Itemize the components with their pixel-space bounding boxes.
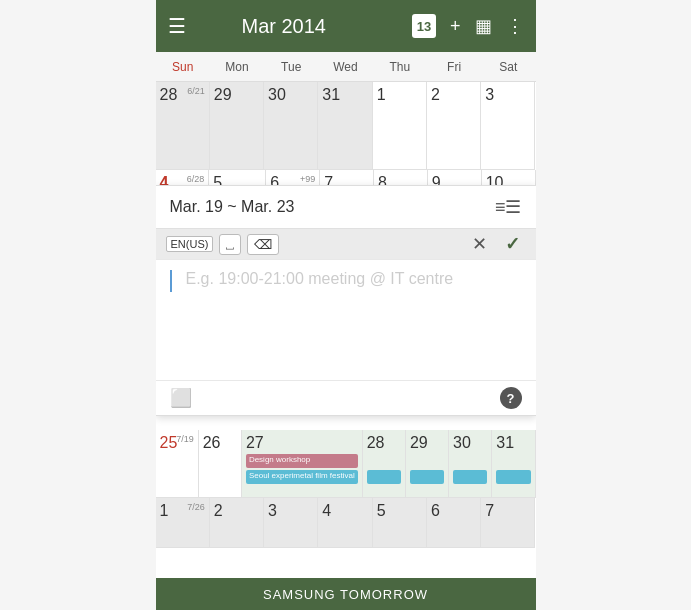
dialog-confirm-button[interactable]: ✓	[499, 233, 526, 255]
expand-event-icon[interactable]: ⬜	[170, 387, 192, 409]
today-button[interactable]: 13	[412, 14, 436, 38]
quick-event-dialog: Mar. 19 ~ Mar. 23 ≡☰ EN(US) ⎵ ⌫ ✕ ✓ E.g.…	[156, 185, 536, 416]
day-header-mon: Mon	[210, 52, 264, 81]
date-mar29: 29	[410, 434, 428, 451]
app-screen: ☰ Mar 2014 13 + ▦ ⋮ Sun Mon Tue Wed Thu …	[156, 0, 536, 610]
calendar-week-1: 28 6/21 29 30 31 1 2 3	[156, 82, 536, 170]
event-text-input[interactable]: E.g. 19:00-21:00 meeting @ IT centre	[156, 260, 536, 380]
calendar-cell-apr6[interactable]: 6	[427, 498, 481, 548]
date-apr1: 1	[160, 502, 169, 519]
date-mar2: 2	[431, 86, 440, 103]
calendar-cell-mar31[interactable]: 31	[492, 430, 535, 498]
calendar-week-5: 1 7/26 2 3 4 5 6 7	[156, 498, 536, 548]
calendar-week-4: 25 7/19 26 27 Design workshop Seoul expe…	[156, 430, 536, 548]
lunar-feb28: 6/21	[187, 86, 205, 96]
event-cyan-cont2	[410, 470, 444, 484]
dialog-list-icon[interactable]: ≡☰	[495, 196, 522, 218]
calendar-cell-mar26[interactable]: 26	[199, 430, 242, 498]
day-header-thu: Thu	[373, 52, 427, 81]
help-icon[interactable]: ?	[500, 387, 522, 409]
date-mar1: 1	[377, 86, 386, 103]
event-seoul-film-cont[interactable]	[367, 470, 401, 484]
lunar-apr1: 7/26	[187, 502, 205, 512]
calendar-cell-mar27[interactable]: 27 Design workshop Seoul experimetal fil…	[242, 430, 363, 498]
date-mar3: 3	[485, 86, 494, 103]
day-header-sun: Sun	[156, 52, 210, 81]
calendar-cell-mar2[interactable]: 2	[427, 82, 481, 170]
calendar-cell-mar25[interactable]: 25 7/19	[156, 430, 199, 498]
calendar-cell-apr2[interactable]: 2	[210, 498, 264, 548]
calendar-cell-mar3[interactable]: 3	[481, 82, 535, 170]
date-mar26: 26	[203, 434, 221, 451]
calendar-cell-mar30[interactable]: 30	[449, 430, 492, 498]
event-design-workshop[interactable]: Design workshop	[246, 454, 358, 468]
phone-container: ☰ Mar 2014 13 + ▦ ⋮ Sun Mon Tue Wed Thu …	[0, 0, 691, 610]
days-of-week-header: Sun Mon Tue Wed Thu Fri Sat	[156, 52, 536, 82]
event-seoul-film[interactable]: Seoul experimetal film festival	[246, 470, 358, 484]
date-feb30: 30	[268, 86, 286, 103]
date-apr7: 7	[485, 502, 494, 519]
input-placeholder: E.g. 19:00-21:00 meeting @ IT centre	[186, 270, 454, 288]
calendar-cell-apr4[interactable]: 4	[318, 498, 372, 548]
date-apr2: 2	[214, 502, 223, 519]
header-title: Mar 2014	[166, 15, 402, 38]
agenda-view-icon[interactable]: ▦	[475, 15, 492, 37]
date-feb31: 31	[322, 86, 340, 103]
keyboard-language[interactable]: EN(US)	[166, 236, 214, 252]
keyboard-space-btn[interactable]: ⎵	[219, 234, 241, 255]
day-header-fri: Fri	[427, 52, 481, 81]
calendar-cell-feb30[interactable]: 30	[264, 82, 318, 170]
calendar-cell-apr5[interactable]: 5	[373, 498, 427, 548]
dialog-footer: ⬜ ?	[156, 380, 536, 415]
calendar-cell-apr1[interactable]: 1 7/26	[156, 498, 210, 548]
header-icons: 13 + ▦ ⋮	[412, 14, 524, 38]
more-options-icon[interactable]: ⋮	[506, 15, 524, 37]
keyboard-bar: EN(US) ⎵ ⌫ ✕ ✓	[156, 229, 536, 260]
calendar-cell-feb31[interactable]: 31	[318, 82, 372, 170]
samsung-footer: SAMSUNG TOMORROW	[156, 578, 536, 610]
date-apr3: 3	[268, 502, 277, 519]
lunar-mar6: +99	[300, 174, 315, 184]
date-apr4: 4	[322, 502, 331, 519]
day-header-tue: Tue	[264, 52, 318, 81]
lunar-mar25: 7/19	[176, 434, 194, 444]
date-feb28: 28	[160, 86, 178, 103]
samsung-footer-text: SAMSUNG TOMORROW	[263, 587, 428, 602]
calendar-cell-feb28[interactable]: 28 6/21	[156, 82, 210, 170]
calendar-cell-mar29[interactable]: 29	[406, 430, 449, 498]
date-mar27: 27	[246, 434, 264, 451]
date-apr5: 5	[377, 502, 386, 519]
header-bar: ☰ Mar 2014 13 + ▦ ⋮	[156, 0, 536, 52]
date-apr6: 6	[431, 502, 440, 519]
date-mar31: 31	[496, 434, 514, 451]
event-cyan-cont4	[496, 470, 530, 484]
calendar-cell-mar1[interactable]: 1	[373, 82, 427, 170]
keyboard-backspace-btn[interactable]: ⌫	[247, 234, 279, 255]
event-cyan-cont3	[453, 470, 487, 484]
dialog-date-range: Mar. 19 ~ Mar. 23	[170, 198, 295, 216]
calendar-cell-apr3[interactable]: 3	[264, 498, 318, 548]
day-header-sat: Sat	[481, 52, 535, 81]
dialog-header: Mar. 19 ~ Mar. 23 ≡☰	[156, 186, 536, 229]
dialog-close-button[interactable]: ✕	[466, 233, 493, 255]
date-feb29: 29	[214, 86, 232, 103]
calendar-cell-mar28[interactable]: 28	[363, 430, 406, 498]
text-cursor	[170, 270, 172, 292]
add-event-icon[interactable]: +	[450, 16, 461, 37]
date-mar25: 25	[160, 434, 178, 451]
lunar-mar4: 6/28	[187, 174, 205, 184]
date-mar30: 30	[453, 434, 471, 451]
day-header-wed: Wed	[318, 52, 372, 81]
calendar-cell-apr7[interactable]: 7	[481, 498, 535, 548]
calendar-cell-feb29[interactable]: 29	[210, 82, 264, 170]
date-mar28: 28	[367, 434, 385, 451]
